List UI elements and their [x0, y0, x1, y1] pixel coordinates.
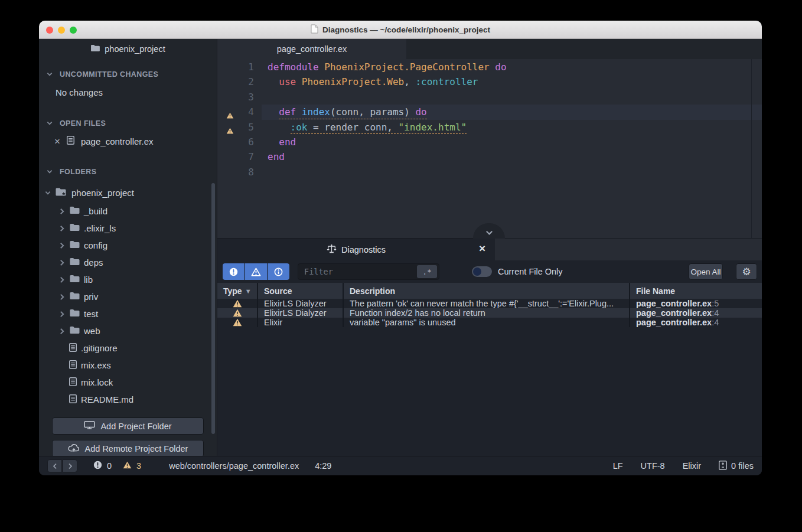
diagnostics-tab-label: Diagnostics — [341, 245, 386, 254]
settings-button[interactable]: ⚙ — [736, 263, 757, 280]
section-open-files[interactable]: OPEN FILES — [39, 115, 217, 132]
open-all-button[interactable]: Open All — [689, 263, 723, 280]
minimize-window-button[interactable] — [58, 27, 65, 34]
tree-item[interactable]: mix.lock — [39, 374, 217, 391]
code-line[interactable]: 4 def index(conn, params) do — [217, 105, 762, 119]
window-title: Diagnostics — ~/code/elixir/phoenix_proj… — [322, 25, 490, 34]
line-number: 1 — [248, 61, 254, 73]
gutter: 2 — [217, 74, 262, 89]
editor-scrollbar-divider — [751, 59, 752, 238]
diagnostic-row[interactable]: ElixirLS DialyzerFunction index/2 has no… — [217, 308, 762, 318]
chevron-down-icon — [47, 169, 53, 174]
diagnostic-row[interactable]: Elixirvariable "params" is unusedpage_co… — [217, 318, 762, 327]
folder-icon — [69, 326, 80, 336]
column-header-source[interactable]: Source — [257, 283, 343, 299]
tree-item-root[interactable]: phoenix_project — [39, 184, 217, 201]
warning-icon — [233, 309, 242, 317]
code-line[interactable]: 5 :ok = render conn, "index.html" — [217, 120, 762, 135]
chevron-down-icon — [47, 72, 53, 77]
filter-errors-button[interactable] — [223, 263, 244, 280]
add-project-folder-button[interactable]: Add Project Folder — [52, 417, 204, 435]
folder-icon — [90, 44, 100, 54]
add-remote-project-folder-button[interactable]: Add Remote Project Folder — [52, 440, 204, 456]
file-icon — [69, 360, 77, 371]
git-status-segment[interactable]: 0 files — [719, 461, 754, 472]
tree-item[interactable]: README.md — [39, 391, 217, 408]
current-file-only-toggle[interactable] — [472, 266, 492, 277]
error-icon — [93, 461, 102, 471]
folder-icon — [69, 240, 80, 250]
tree-item[interactable]: _build — [39, 203, 217, 220]
close-panel-icon[interactable]: × — [479, 242, 485, 255]
traffic-lights — [46, 27, 77, 34]
tree-item[interactable]: .gitignore — [39, 340, 217, 357]
code-line[interactable]: 3 — [217, 90, 762, 105]
error-count-badge[interactable]: 0 — [93, 461, 112, 471]
warning-count-badge[interactable]: 3 — [123, 461, 141, 471]
code-line[interactable]: 1defmodule PhoenixProject.PageController… — [217, 60, 762, 74]
tree-item[interactable]: lib — [39, 271, 217, 288]
cursor-position-segment[interactable]: 4:29 — [315, 461, 331, 471]
code-line[interactable]: 7end — [217, 149, 762, 164]
editor-tab[interactable]: page_controller.ex — [217, 39, 406, 59]
info-icon — [274, 267, 283, 276]
history-nav-buttons — [47, 459, 77, 472]
gutter: 5 — [217, 120, 262, 135]
tree-item[interactable]: web — [39, 322, 217, 340]
diagnostics-empty-area — [217, 327, 762, 456]
sidebar: phoenix_project UNCOMMITTED CHANGES No c… — [39, 39, 217, 456]
code-line[interactable]: 8 — [217, 165, 762, 179]
close-window-button[interactable] — [46, 27, 53, 34]
line-number: 6 — [248, 136, 254, 148]
grammar-segment[interactable]: Elixir — [683, 461, 701, 471]
regex-toggle-button[interactable]: .* — [417, 265, 437, 278]
warning-icon — [233, 318, 242, 327]
app-window: Diagnostics — ~/code/elixir/phoenix_proj… — [39, 21, 762, 475]
project-tab-label: phoenix_project — [105, 44, 165, 54]
column-header-filename[interactable]: File Name — [629, 283, 762, 299]
folder-icon — [69, 223, 80, 233]
back-button[interactable] — [47, 459, 62, 472]
code-line[interactable]: 6 end — [217, 135, 762, 149]
filter-warnings-button[interactable] — [245, 263, 267, 280]
section-uncommitted-changes[interactable]: UNCOMMITTED CHANGES — [39, 66, 217, 83]
filter-info-button[interactable] — [268, 263, 289, 280]
toggle-knob — [473, 267, 481, 276]
sidebar-content: UNCOMMITTED CHANGES No changes OPEN FILE… — [39, 59, 217, 456]
chevron-down-icon — [45, 191, 51, 195]
tree-item[interactable]: mix.exs — [39, 357, 217, 374]
tree-item[interactable]: .elixir_ls — [39, 220, 217, 237]
warning-icon — [123, 461, 132, 471]
column-header-description[interactable]: Description — [343, 283, 629, 299]
diagnostics-tab-bar: Diagnostics × — [217, 239, 762, 260]
scales-icon — [327, 244, 337, 256]
folder-icon — [69, 206, 80, 216]
folder-icon — [69, 292, 80, 302]
forward-button[interactable] — [63, 459, 77, 472]
tree-item[interactable]: priv — [39, 288, 217, 305]
filter-input[interactable] — [304, 267, 417, 276]
diagnostic-row[interactable]: ElixirLS DialyzerThe pattern 'ok' can ne… — [217, 299, 762, 308]
tree-item[interactable]: test — [39, 305, 217, 322]
open-file-item[interactable]: × page_controller.ex — [39, 132, 217, 150]
tree-item[interactable]: deps — [39, 254, 217, 271]
zoom-window-button[interactable] — [70, 27, 77, 34]
sidebar-scrollbar[interactable] — [211, 183, 215, 434]
diagnostics-tab[interactable]: Diagnostics × — [217, 239, 495, 260]
diagnostics-tab-bar-empty — [495, 239, 762, 260]
project-tab[interactable]: phoenix_project — [39, 39, 217, 59]
file-path-segment[interactable]: web/controllers/page_controller.ex — [169, 461, 299, 471]
chevron-right-icon — [59, 259, 65, 266]
column-header-type[interactable]: Type▼ — [217, 283, 257, 299]
line-ending-segment[interactable]: LF — [613, 461, 623, 471]
code-line[interactable]: 2 use PhoenixProject.Web, :controller — [217, 74, 762, 89]
encoding-segment[interactable]: UTF-8 — [641, 461, 665, 471]
warning-icon — [226, 128, 234, 134]
gear-icon: ⚙ — [742, 266, 751, 278]
gutter: 1 — [217, 60, 262, 74]
section-folders[interactable]: FOLDERS — [39, 163, 217, 181]
code-editor[interactable]: 1defmodule PhoenixProject.PageController… — [217, 59, 762, 238]
tree-item[interactable]: config — [39, 237, 217, 254]
close-file-icon[interactable]: × — [54, 136, 60, 146]
file-icon — [69, 377, 77, 388]
